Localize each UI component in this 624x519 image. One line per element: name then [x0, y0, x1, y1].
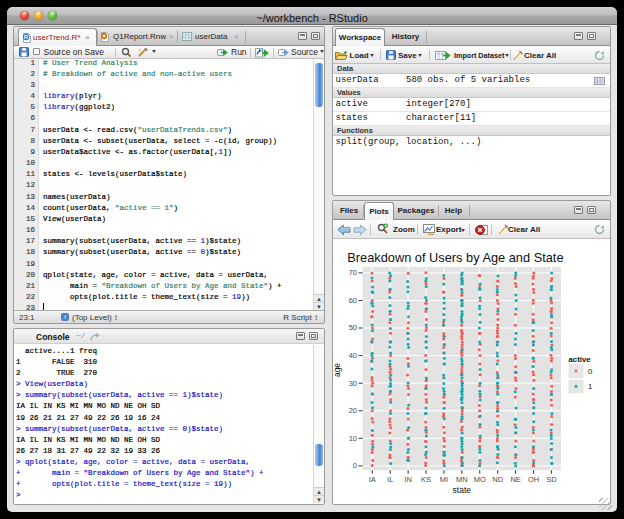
svg-text:MO: MO — [474, 475, 486, 484]
svg-text:SD: SD — [546, 475, 557, 484]
svg-text:70: 70 — [349, 268, 357, 277]
svg-text:40: 40 — [349, 351, 357, 360]
svg-text:IA: IA — [369, 475, 376, 484]
svg-text:50: 50 — [349, 323, 357, 332]
svg-text:MN: MN — [456, 475, 468, 484]
svg-text:30: 30 — [349, 379, 357, 388]
svg-text:0: 0 — [353, 461, 357, 470]
svg-text:state: state — [453, 485, 472, 495]
svg-text:0: 0 — [588, 367, 593, 376]
svg-text:10: 10 — [349, 434, 357, 443]
svg-text:KS: KS — [421, 475, 431, 484]
svg-text:20: 20 — [349, 406, 357, 415]
svg-text:active: active — [569, 355, 592, 364]
svg-text:ND: ND — [492, 475, 503, 484]
svg-text:NE: NE — [510, 475, 520, 484]
svg-text:IL: IL — [387, 475, 393, 484]
svg-text:IN: IN — [404, 475, 412, 484]
svg-text:1: 1 — [588, 382, 592, 391]
svg-text:MI: MI — [440, 475, 448, 484]
svg-text:OH: OH — [528, 475, 539, 484]
svg-text:age: age — [332, 363, 342, 377]
svg-text:Breakdown of Users by Age and: Breakdown of Users by Age and State — [347, 250, 563, 265]
svg-text:60: 60 — [349, 296, 357, 305]
